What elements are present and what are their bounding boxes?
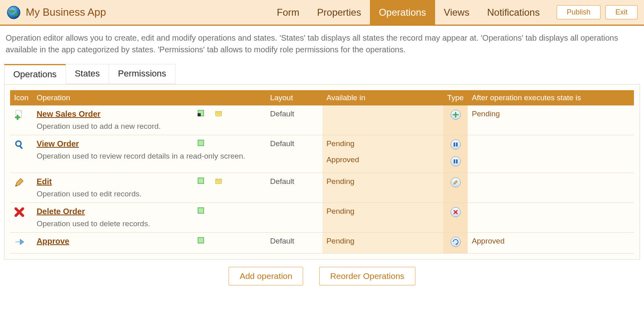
add-operation-button[interactable]: Add operation [229, 267, 303, 285]
operation-link[interactable]: Edit [37, 177, 52, 186]
operation-link[interactable]: New Sales Order [37, 109, 101, 118]
green-square-icon [198, 237, 204, 243]
type-edit-svg [450, 177, 461, 188]
table-row: ApproveDefaultPendingApproved [10, 233, 634, 254]
layout-cell: Default [266, 173, 322, 203]
type-view-svg [450, 139, 461, 150]
tab-operations[interactable]: Operations [4, 64, 66, 84]
doc-plus-icon [14, 109, 25, 120]
after-state-cell [468, 135, 634, 173]
type-view-icon[interactable] [450, 139, 461, 150]
operation-link[interactable]: View Order [37, 139, 79, 148]
subtabs: OperationsStatesPermissions [4, 64, 640, 85]
green-square-dot-icon [198, 109, 204, 116]
publish-button[interactable]: Publish [557, 5, 601, 19]
type-cell [443, 203, 468, 233]
available-cell: PendingApproved [322, 135, 443, 173]
available-cell: Pending [322, 173, 443, 203]
green-square-icon [198, 207, 204, 213]
after-state-cell: Pending [468, 105, 634, 135]
type-delete-svg [450, 207, 461, 217]
topnav-item-operations[interactable]: Operations [370, 0, 435, 25]
column-header: After operation executes state is [468, 90, 634, 105]
table-row: EditOperation used to edit records.Defau… [10, 173, 634, 203]
arrow-right-icon [14, 237, 25, 247]
top-nav: FormPropertiesOperationsViewsNotificatio… [268, 0, 549, 25]
mail-icon [215, 109, 222, 116]
type-view-svg [450, 156, 461, 167]
topnav-item-properties[interactable]: Properties [308, 0, 370, 25]
green-square-icon-inner [198, 237, 204, 244]
type-edit-icon[interactable] [450, 177, 461, 188]
green-square-dot-icon-inner [198, 110, 204, 116]
green-square-icon-inner [198, 207, 204, 214]
column-header: Layout [266, 90, 322, 105]
green-square-icon-inner [198, 178, 204, 184]
type-delete-icon[interactable] [450, 207, 461, 217]
after-state-cell [468, 173, 634, 203]
type-transition-icon[interactable] [450, 237, 461, 247]
type-cell [443, 135, 468, 173]
column-header: Available in [322, 90, 443, 105]
layout-cell: Default [266, 105, 322, 135]
layout-cell: Default [266, 233, 322, 254]
operation-description: Operation used to review record details … [37, 152, 262, 161]
globe-icon [6, 5, 21, 20]
operation-description: Operation used to delete records. [37, 219, 262, 228]
available-cell: Pending [322, 233, 443, 254]
type-transition-svg [450, 237, 461, 247]
table-row: View OrderOperation used to review recor… [10, 135, 634, 173]
after-state-cell [468, 203, 634, 233]
exit-button[interactable]: Exit [605, 5, 638, 19]
footer-actions: Add operation Reorder Operations [0, 260, 644, 293]
type-cell [443, 173, 468, 203]
x-red-icon [14, 207, 25, 217]
operation-description: Operation used to add a new record. [37, 122, 262, 131]
operation-description: Operation used to edit records. [37, 190, 262, 198]
green-square-icon-inner [198, 140, 204, 146]
layout-cell: Default [266, 135, 322, 173]
column-header: Type [443, 90, 468, 105]
available-cell [322, 105, 443, 135]
tab-states[interactable]: States [66, 64, 109, 84]
operation-link[interactable]: Approve [37, 237, 69, 246]
column-header: Operation [33, 90, 266, 105]
reorder-operations-button[interactable]: Reorder Operations [319, 267, 415, 285]
page-description: Operation editor allows you to create, e… [0, 26, 644, 64]
after-state-cell: Approved [468, 233, 634, 254]
type-cell [443, 105, 468, 135]
topnav-item-form[interactable]: Form [268, 0, 308, 25]
type-cell [443, 233, 468, 254]
available-cell: Pending [322, 203, 443, 233]
operations-table: IconOperationLayoutAvailable inTypeAfter… [10, 90, 634, 254]
type-view-icon[interactable] [450, 156, 461, 167]
table-row: Delete OrderOperation used to delete rec… [10, 203, 634, 233]
topnav-item-notifications[interactable]: Notifications [478, 0, 549, 25]
topnav-item-views[interactable]: Views [435, 0, 479, 25]
column-header: Icon [10, 90, 33, 105]
mail-icon-inner [215, 111, 222, 116]
table-row: New Sales OrderOperation used to add a n… [10, 105, 634, 135]
type-add-icon[interactable] [450, 109, 461, 120]
layout-cell [266, 203, 322, 233]
green-square-icon [198, 177, 204, 184]
topbar: My Business App FormPropertiesOperations… [0, 0, 644, 26]
pencil-icon [14, 177, 25, 188]
type-add-svg [450, 109, 461, 120]
operation-link[interactable]: Delete Order [37, 207, 85, 216]
operations-panel: IconOperationLayoutAvailable inTypeAfter… [4, 84, 640, 260]
magnifier-icon [14, 139, 25, 150]
mail-icon-inner [215, 179, 222, 184]
app-title: My Business App [26, 6, 106, 19]
mail-icon [215, 177, 222, 184]
green-square-icon [198, 139, 204, 146]
tab-permissions[interactable]: Permissions [109, 64, 175, 84]
